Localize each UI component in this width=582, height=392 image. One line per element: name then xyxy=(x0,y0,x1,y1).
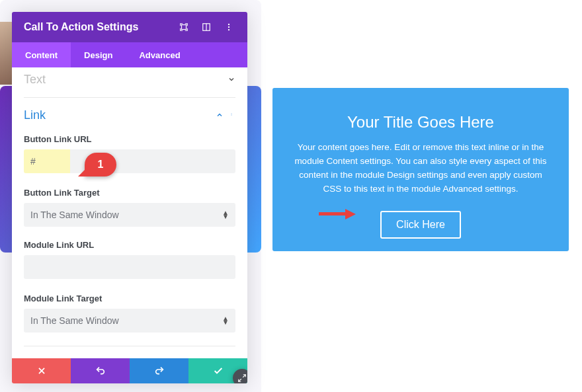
svg-point-5 xyxy=(228,29,229,30)
svg-point-6 xyxy=(231,113,232,114)
settings-scroll[interactable]: Text Link Button Link URL Button Link Ta… xyxy=(12,67,247,358)
button-link-url-label: Button Link URL xyxy=(24,134,235,144)
module-link-target-select[interactable]: In The Same Window xyxy=(24,309,235,333)
redo-button[interactable] xyxy=(130,358,188,383)
module-link-url-input[interactable] xyxy=(24,255,235,279)
svg-point-4 xyxy=(228,26,229,28)
button-link-target-label: Button Link Target xyxy=(24,188,235,198)
resize-handle[interactable] xyxy=(233,369,247,383)
panel-footer xyxy=(12,358,247,383)
panel-title: Call To Action Settings xyxy=(24,21,171,33)
annotation-marker-1: 1 xyxy=(85,153,116,176)
section-menu-icon[interactable] xyxy=(228,110,235,121)
snap-icon[interactable] xyxy=(175,18,193,36)
section-text-title: Text xyxy=(24,73,46,87)
settings-panel: Call To Action Settings Content Design A… xyxy=(12,12,247,383)
cta-title[interactable]: Your Title Goes Here xyxy=(291,113,550,132)
layout-icon[interactable] xyxy=(197,18,216,36)
close-button[interactable] xyxy=(12,358,71,383)
annotation-arrow xyxy=(319,209,356,218)
module-link-url-label: Module Link URL xyxy=(24,240,235,250)
button-link-url-input[interactable] xyxy=(24,149,235,173)
section-link-body: Button Link URL Button Link Target In Th… xyxy=(24,134,235,333)
module-link-target-label: Module Link Target xyxy=(24,294,235,303)
svg-rect-0 xyxy=(182,25,187,30)
annotation-number: 1 xyxy=(98,159,104,171)
section-background-toggle[interactable]: Background xyxy=(24,346,235,358)
kebab-icon[interactable] xyxy=(220,18,238,36)
cta-body[interactable]: Your content goes here. Edit or remove t… xyxy=(291,141,550,196)
tab-bar: Content Design Advanced xyxy=(12,42,247,67)
cta-module-preview[interactable]: Your Title Goes Here Your content goes h… xyxy=(272,88,569,251)
tab-design[interactable]: Design xyxy=(71,42,126,67)
section-text-toggle[interactable]: Text xyxy=(24,67,235,97)
svg-line-12 xyxy=(239,379,241,381)
section-link-toggle[interactable]: Link xyxy=(24,97,235,133)
button-link-target-select[interactable]: In The Same Window xyxy=(24,203,235,227)
undo-button[interactable] xyxy=(71,358,130,383)
cta-button[interactable]: Click Here xyxy=(380,211,461,239)
panel-header[interactable]: Call To Action Settings xyxy=(12,12,247,42)
tab-advanced[interactable]: Advanced xyxy=(126,42,193,67)
svg-point-8 xyxy=(231,115,232,116)
chevron-down-icon xyxy=(228,75,235,85)
section-link-title: Link xyxy=(24,108,46,122)
chevron-up-icon xyxy=(216,110,224,121)
background-image-fragment xyxy=(0,22,13,85)
tab-content[interactable]: Content xyxy=(12,42,71,67)
svg-point-7 xyxy=(231,114,232,115)
svg-point-3 xyxy=(228,24,229,25)
svg-line-11 xyxy=(243,375,245,377)
section-background-title: Background xyxy=(24,357,87,358)
